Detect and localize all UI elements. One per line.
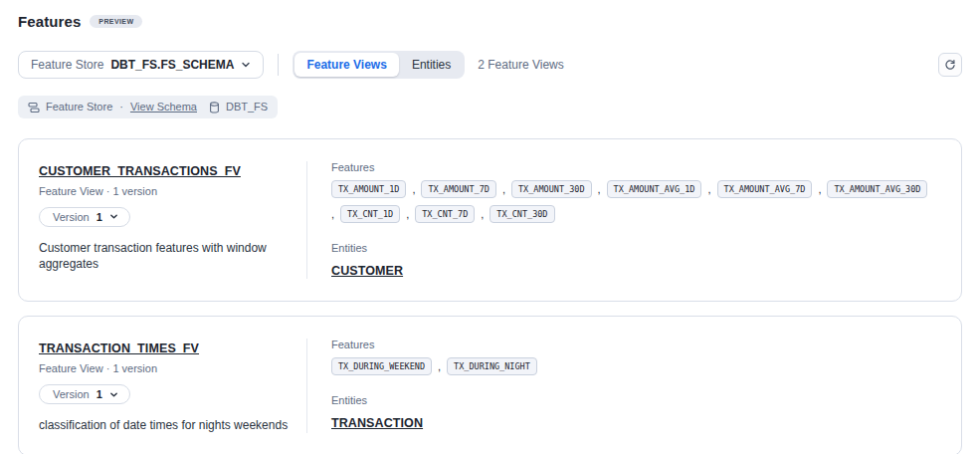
card-details: Features TX_AMOUNT_1D,TX_AMOUNT_7D,TX_AM… [307,161,961,279]
entity-link[interactable]: CUSTOMER [331,264,403,278]
page-title: Features [18,13,81,30]
breadcrumb-row: Feature Store · View Schema DBT_FS [18,96,962,117]
feature-store-select-label: Feature Store [31,58,103,72]
feature-chip-list: TX_AMOUNT_1D,TX_AMOUNT_7D,TX_AMOUNT_30D,… [331,180,935,223]
entities-section: Entities TRANSACTION [331,394,937,431]
feature-store-select[interactable]: Feature Store DBT_FS.FS_SCHEMA [18,51,264,79]
page-header: Features PREVIEW [18,13,962,30]
feature-view-subtitle: Feature View · 1 version [39,362,296,374]
toolbar-divider [278,54,279,76]
feature-chip: TX_AMOUNT_AVG_30D [827,180,927,198]
breadcrumb-separator: · [119,100,123,114]
tab-entities[interactable]: Entities [400,53,463,77]
chip-separator: , [481,208,484,220]
feature-chip: TX_AMOUNT_30D [511,180,592,198]
feature-chip-list: TX_DURING_WEEKEND,TX_DURING_NIGHT [331,357,935,375]
tab-feature-views[interactable]: Feature Views [294,53,398,77]
version-select-value: 1 [97,388,102,400]
feature-store-icon [28,102,40,114]
entities-section: Entities CUSTOMER [331,242,937,279]
entities-section-label: Entities [331,242,937,254]
feature-view-subtitle: Feature View · 1 version [39,185,296,197]
feature-store-select-value: DBT_FS.FS_SCHEMA [110,58,234,72]
features-section-label: Features [331,339,937,350]
chip-separator: , [707,183,710,195]
chip-separator: , [598,183,601,195]
version-select-label: Version [53,388,90,400]
card-summary: TRANSACTION_TIMES_FV Feature View · 1 ve… [19,339,306,433]
feature-view-count: 2 Feature Views [478,58,564,72]
version-select-label: Version [53,211,90,223]
feature-chip: TX_DURING_WEEKEND [331,357,432,375]
breadcrumb-store-label: Feature Store [46,100,112,114]
chip-separator: , [412,183,415,195]
feature-view-description: classification of date times for nights … [39,417,295,433]
version-select[interactable]: Version 1 [39,207,130,227]
chevron-down-icon [109,212,118,221]
feature-chip: TX_CNT_7D [415,205,475,223]
breadcrumb-database-name: DBT_FS [226,100,268,114]
feature-chip: TX_CNT_30D [490,205,554,223]
card-summary: CUSTOMER_TRANSACTIONS_FV Feature View · … [19,161,306,279]
version-select-value: 1 [97,211,102,223]
feature-view-title-link[interactable]: CUSTOMER_TRANSACTIONS_FV [39,164,241,178]
entity-list: CUSTOMER [331,261,937,279]
feature-chip: TX_DURING_NIGHT [447,357,537,375]
features-page: Features PREVIEW Feature Store DBT_FS.FS… [0,0,980,454]
feature-chip: TX_AMOUNT_AVG_1D [607,180,702,198]
feature-view-list: CUSTOMER_TRANSACTIONS_FV Feature View · … [18,138,962,454]
chip-separator: , [818,183,821,195]
feature-chip: TX_CNT_1D [340,205,400,223]
chip-separator: , [406,208,409,220]
feature-view-card: CUSTOMER_TRANSACTIONS_FV Feature View · … [18,138,962,302]
refresh-button[interactable] [938,53,962,77]
toolbar: Feature Store DBT_FS.FS_SCHEMA Feature V… [18,51,962,79]
entities-section-label: Entities [331,394,937,406]
version-select[interactable]: Version 1 [39,384,130,404]
chip-separator: , [331,208,334,220]
view-schema-link[interactable]: View Schema [130,100,197,114]
chip-separator: , [438,360,441,372]
chevron-down-icon [109,390,118,399]
feature-view-card: TRANSACTION_TIMES_FV Feature View · 1 ve… [18,316,962,454]
entity-link[interactable]: TRANSACTION [331,416,423,430]
card-details: Features TX_DURING_WEEKEND,TX_DURING_NIG… [307,339,961,433]
refresh-icon [944,59,956,71]
feature-chip: TX_AMOUNT_AVG_7D [717,180,813,198]
feature-view-title-link[interactable]: TRANSACTION_TIMES_FV [39,341,199,355]
features-section-label: Features [331,161,937,173]
preview-badge: PREVIEW [90,15,142,28]
view-tab-group: Feature Views Entities [293,51,465,79]
breadcrumb: Feature Store · View Schema DBT_FS [18,96,278,117]
database-icon [209,102,220,114]
chevron-down-icon [241,60,251,70]
chip-separator: , [502,183,505,195]
entity-list: TRANSACTION [331,413,937,431]
feature-chip: TX_AMOUNT_7D [421,180,495,198]
feature-chip: TX_AMOUNT_1D [331,180,406,198]
feature-view-description: Customer transaction features with windo… [39,240,295,272]
